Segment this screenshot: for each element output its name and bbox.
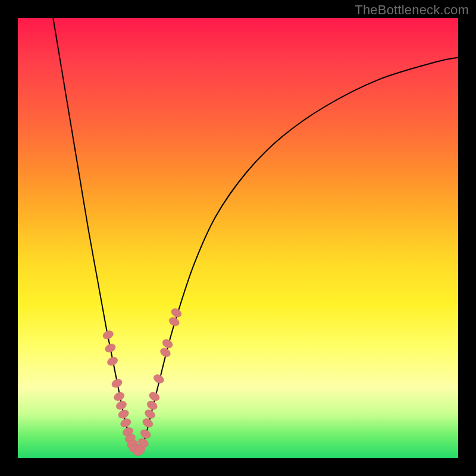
data-marker: [104, 342, 117, 353]
data-marker: [139, 428, 152, 440]
curve-layer: [18, 18, 458, 458]
data-marker: [168, 315, 181, 327]
data-marker: [102, 329, 115, 340]
plot-area: [18, 18, 458, 458]
data-marker: [115, 400, 128, 411]
data-marker: [111, 378, 124, 389]
data-marker: [152, 373, 165, 385]
data-marker: [141, 417, 154, 429]
chart-frame: TheBottleneck.com: [0, 0, 476, 476]
data-marker: [148, 390, 161, 402]
data-marker: [170, 307, 183, 319]
data-marker: [117, 408, 130, 419]
data-marker: [112, 391, 126, 402]
data-marker: [143, 408, 156, 420]
markers-group: [102, 307, 183, 456]
data-marker: [161, 337, 174, 349]
data-marker: [146, 399, 159, 411]
data-marker: [119, 417, 132, 428]
data-marker: [106, 356, 119, 367]
watermark-text: TheBottleneck.com: [355, 2, 469, 18]
data-marker: [159, 346, 172, 358]
